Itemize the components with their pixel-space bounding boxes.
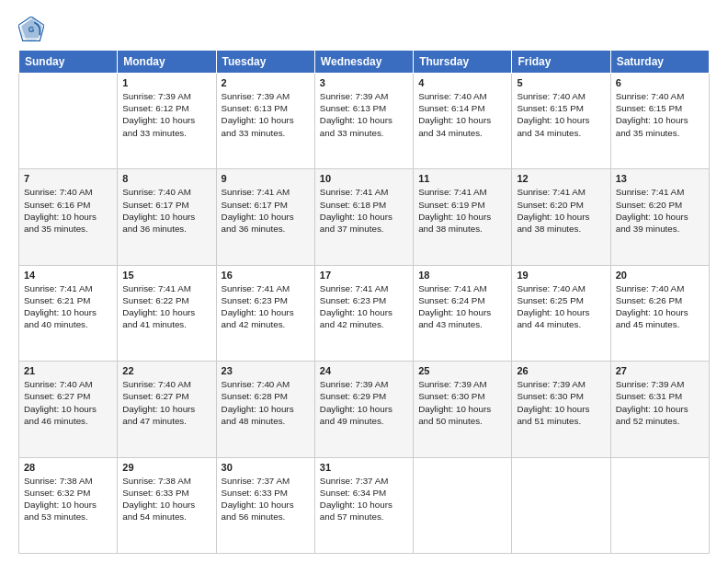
day-number: 2 xyxy=(222,77,310,88)
day-info: Sunrise: 7:41 AM Sunset: 6:19 PM Dayligh… xyxy=(418,186,506,235)
day-info: Sunrise: 7:41 AM Sunset: 6:20 PM Dayligh… xyxy=(517,186,605,235)
col-header-sunday: Sunday xyxy=(19,51,118,74)
day-cell xyxy=(610,457,709,553)
day-info: Sunrise: 7:40 AM Sunset: 6:28 PM Dayligh… xyxy=(222,378,310,427)
day-cell: 25Sunrise: 7:39 AM Sunset: 6:30 PM Dayli… xyxy=(414,362,512,457)
day-cell: 27Sunrise: 7:39 AM Sunset: 6:31 PM Dayli… xyxy=(610,362,709,457)
page: G SundayMondayTuesdayWednesdayThursdayFr… xyxy=(0,0,728,563)
day-cell: 17Sunrise: 7:41 AM Sunset: 6:23 PM Dayli… xyxy=(314,265,413,361)
day-info: Sunrise: 7:41 AM Sunset: 6:17 PM Dayligh… xyxy=(222,186,310,235)
col-header-tuesday: Tuesday xyxy=(216,51,314,74)
day-cell: 22Sunrise: 7:40 AM Sunset: 6:27 PM Dayli… xyxy=(118,362,216,457)
day-number: 20 xyxy=(616,270,704,281)
day-number: 11 xyxy=(418,173,506,184)
day-cell: 19Sunrise: 7:40 AM Sunset: 6:25 PM Dayli… xyxy=(512,265,610,361)
day-number: 6 xyxy=(616,77,704,88)
day-info: Sunrise: 7:37 AM Sunset: 6:34 PM Dayligh… xyxy=(320,475,408,523)
day-info: Sunrise: 7:40 AM Sunset: 6:14 PM Dayligh… xyxy=(418,90,506,139)
week-row-3: 14Sunrise: 7:41 AM Sunset: 6:21 PM Dayli… xyxy=(19,265,710,361)
col-header-wednesday: Wednesday xyxy=(314,51,413,74)
day-cell: 12Sunrise: 7:41 AM Sunset: 6:20 PM Dayli… xyxy=(512,169,610,265)
day-number: 1 xyxy=(122,77,210,88)
day-cell: 18Sunrise: 7:41 AM Sunset: 6:24 PM Dayli… xyxy=(414,265,512,361)
day-number: 26 xyxy=(517,365,605,376)
day-info: Sunrise: 7:39 AM Sunset: 6:30 PM Dayligh… xyxy=(517,378,605,427)
day-cell: 13Sunrise: 7:41 AM Sunset: 6:20 PM Dayli… xyxy=(610,169,709,265)
day-cell: 10Sunrise: 7:41 AM Sunset: 6:18 PM Dayli… xyxy=(314,169,413,265)
day-cell: 16Sunrise: 7:41 AM Sunset: 6:23 PM Dayli… xyxy=(216,265,314,361)
day-info: Sunrise: 7:41 AM Sunset: 6:24 PM Dayligh… xyxy=(418,282,506,331)
day-info: Sunrise: 7:41 AM Sunset: 6:23 PM Dayligh… xyxy=(320,282,408,331)
day-number: 31 xyxy=(320,462,408,473)
day-cell xyxy=(19,74,118,169)
day-number: 10 xyxy=(320,173,408,184)
day-cell xyxy=(414,457,512,553)
day-cell xyxy=(512,457,610,553)
day-number: 18 xyxy=(418,270,506,281)
day-info: Sunrise: 7:39 AM Sunset: 6:30 PM Dayligh… xyxy=(418,378,506,427)
week-row-5: 28Sunrise: 7:38 AM Sunset: 6:32 PM Dayli… xyxy=(19,457,710,553)
day-number: 12 xyxy=(517,173,605,184)
logo: G xyxy=(18,17,48,42)
day-number: 14 xyxy=(24,270,112,281)
day-cell: 11Sunrise: 7:41 AM Sunset: 6:19 PM Dayli… xyxy=(414,169,512,265)
day-cell: 15Sunrise: 7:41 AM Sunset: 6:22 PM Dayli… xyxy=(118,265,216,361)
day-number: 13 xyxy=(616,173,704,184)
day-info: Sunrise: 7:40 AM Sunset: 6:26 PM Dayligh… xyxy=(616,282,704,331)
day-info: Sunrise: 7:40 AM Sunset: 6:16 PM Dayligh… xyxy=(24,186,112,235)
col-header-monday: Monday xyxy=(118,51,216,74)
day-number: 22 xyxy=(122,365,210,376)
day-info: Sunrise: 7:41 AM Sunset: 6:21 PM Dayligh… xyxy=(24,282,112,331)
day-info: Sunrise: 7:39 AM Sunset: 6:13 PM Dayligh… xyxy=(222,90,310,139)
svg-text:G: G xyxy=(28,25,35,34)
day-info: Sunrise: 7:38 AM Sunset: 6:32 PM Dayligh… xyxy=(24,475,112,523)
day-cell: 7Sunrise: 7:40 AM Sunset: 6:16 PM Daylig… xyxy=(19,169,118,265)
day-info: Sunrise: 7:37 AM Sunset: 6:33 PM Dayligh… xyxy=(222,475,310,523)
day-info: Sunrise: 7:41 AM Sunset: 6:23 PM Dayligh… xyxy=(222,282,310,331)
day-number: 17 xyxy=(320,270,408,281)
day-info: Sunrise: 7:40 AM Sunset: 6:27 PM Dayligh… xyxy=(24,378,112,427)
day-cell: 9Sunrise: 7:41 AM Sunset: 6:17 PM Daylig… xyxy=(216,169,314,265)
day-cell: 20Sunrise: 7:40 AM Sunset: 6:26 PM Dayli… xyxy=(610,265,709,361)
col-header-thursday: Thursday xyxy=(414,51,512,74)
day-number: 21 xyxy=(24,365,112,376)
header: G xyxy=(18,17,710,42)
day-cell: 2Sunrise: 7:39 AM Sunset: 6:13 PM Daylig… xyxy=(216,74,314,169)
day-number: 30 xyxy=(222,462,310,473)
day-cell: 30Sunrise: 7:37 AM Sunset: 6:33 PM Dayli… xyxy=(216,457,314,553)
day-number: 4 xyxy=(418,77,506,88)
day-info: Sunrise: 7:41 AM Sunset: 6:18 PM Dayligh… xyxy=(320,186,408,235)
day-cell: 14Sunrise: 7:41 AM Sunset: 6:21 PM Dayli… xyxy=(19,265,118,361)
day-info: Sunrise: 7:40 AM Sunset: 6:15 PM Dayligh… xyxy=(616,90,704,139)
day-cell: 8Sunrise: 7:40 AM Sunset: 6:17 PM Daylig… xyxy=(118,169,216,265)
day-info: Sunrise: 7:41 AM Sunset: 6:20 PM Dayligh… xyxy=(616,186,704,235)
col-header-saturday: Saturday xyxy=(610,51,709,74)
day-cell: 24Sunrise: 7:39 AM Sunset: 6:29 PM Dayli… xyxy=(314,362,413,457)
day-cell: 3Sunrise: 7:39 AM Sunset: 6:13 PM Daylig… xyxy=(314,74,413,169)
day-info: Sunrise: 7:39 AM Sunset: 6:12 PM Dayligh… xyxy=(122,90,210,139)
day-number: 25 xyxy=(418,365,506,376)
day-cell: 4Sunrise: 7:40 AM Sunset: 6:14 PM Daylig… xyxy=(414,74,512,169)
day-number: 15 xyxy=(122,270,210,281)
week-row-1: 1Sunrise: 7:39 AM Sunset: 6:12 PM Daylig… xyxy=(19,74,710,169)
day-info: Sunrise: 7:40 AM Sunset: 6:15 PM Dayligh… xyxy=(517,90,605,139)
day-cell: 6Sunrise: 7:40 AM Sunset: 6:15 PM Daylig… xyxy=(610,74,709,169)
day-info: Sunrise: 7:40 AM Sunset: 6:17 PM Dayligh… xyxy=(122,186,210,235)
day-number: 19 xyxy=(517,270,605,281)
day-cell: 29Sunrise: 7:38 AM Sunset: 6:33 PM Dayli… xyxy=(118,457,216,553)
day-number: 23 xyxy=(222,365,310,376)
day-cell: 28Sunrise: 7:38 AM Sunset: 6:32 PM Dayli… xyxy=(19,457,118,553)
day-info: Sunrise: 7:38 AM Sunset: 6:33 PM Dayligh… xyxy=(122,475,210,523)
day-info: Sunrise: 7:39 AM Sunset: 6:13 PM Dayligh… xyxy=(320,90,408,139)
week-row-4: 21Sunrise: 7:40 AM Sunset: 6:27 PM Dayli… xyxy=(19,362,710,457)
day-number: 27 xyxy=(616,365,704,376)
day-number: 24 xyxy=(320,365,408,376)
day-number: 9 xyxy=(222,173,310,184)
day-number: 16 xyxy=(222,270,310,281)
day-cell: 21Sunrise: 7:40 AM Sunset: 6:27 PM Dayli… xyxy=(19,362,118,457)
day-info: Sunrise: 7:41 AM Sunset: 6:22 PM Dayligh… xyxy=(122,282,210,331)
week-row-2: 7Sunrise: 7:40 AM Sunset: 6:16 PM Daylig… xyxy=(19,169,710,265)
day-number: 3 xyxy=(320,77,408,88)
calendar-header: SundayMondayTuesdayWednesdayThursdayFrid… xyxy=(19,51,710,74)
calendar-table: SundayMondayTuesdayWednesdayThursdayFrid… xyxy=(18,50,710,554)
